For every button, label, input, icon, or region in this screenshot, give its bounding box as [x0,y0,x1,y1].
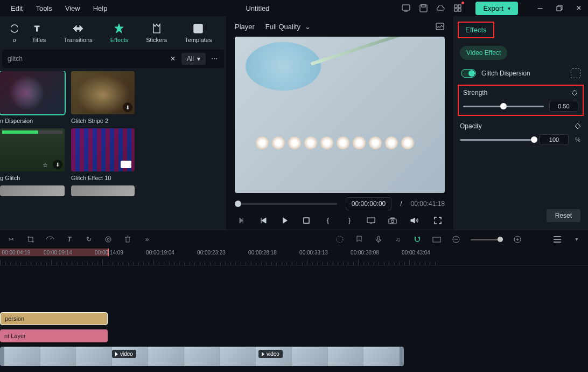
tab-media[interactable]: o [11,20,18,45]
device-icon[interactable] [401,3,411,13]
apps-icon[interactable] [453,3,463,13]
strength-property: Strength 0.50 [458,85,584,116]
menu-edit[interactable]: Edit [4,2,29,15]
layer-clip[interactable]: nt Layer [0,329,108,342]
rotate-tool[interactable]: ↻ [84,235,94,244]
chevron-down-icon: ▾ [197,55,200,63]
minimize-button[interactable]: ─ [535,3,545,13]
reset-button[interactable]: Reset [547,209,580,222]
cut-tool[interactable]: ✂ [6,235,16,244]
download-icon[interactable]: ⬇ [53,160,62,169]
text-tool[interactable]: T [65,235,74,244]
tab-titles-label: Titles [32,37,46,43]
thumb-dispersion[interactable] [0,71,65,114]
snapshot-icon[interactable] [435,22,445,31]
fullscreen-icon[interactable] [433,216,443,225]
tab-stickers[interactable]: Stickers [143,20,170,45]
adjust-icon[interactable] [335,235,345,244]
color-tool[interactable] [103,235,113,244]
mark-in-button[interactable]: { [323,216,333,225]
menu-tools[interactable]: Tools [29,2,58,15]
camera-icon[interactable] [388,216,397,225]
menu-view[interactable]: View [59,2,87,15]
current-time: 00:00:00:00 [346,197,391,210]
tab-titles[interactable]: T Titles [29,20,50,45]
strength-value[interactable]: 0.50 [549,101,578,112]
close-button[interactable]: ✕ [574,3,584,13]
magnet-icon[interactable] [412,235,422,244]
svg-point-22 [106,237,111,242]
expand-tool[interactable]: » [142,235,152,244]
opacity-slider[interactable] [460,139,534,141]
svg-point-23 [107,238,109,240]
tab-effects[interactable]: Effects [107,20,131,45]
svg-point-9 [11,25,18,32]
thumb-partial[interactable] [71,185,135,196]
menu-help[interactable]: Help [87,2,114,15]
ratio-icon[interactable] [432,235,442,244]
svg-text:T: T [34,24,39,33]
volume-icon[interactable] [409,216,419,225]
svg-rect-11 [194,24,202,33]
strength-slider[interactable] [463,106,544,107]
chevron-down-icon: ▾ [508,5,510,11]
delete-tool[interactable] [123,235,132,244]
video-preview[interactable] [235,37,445,193]
save-icon[interactable] [418,3,428,13]
seek-slider[interactable] [235,203,337,205]
svg-rect-2 [420,5,427,12]
effect-clip[interactable]: persion [0,312,108,325]
filter-all-dropdown[interactable]: All▾ [181,53,206,65]
zoom-in-icon[interactable] [513,235,522,244]
effect-enable-toggle[interactable] [461,69,476,78]
stop-button[interactable] [302,216,311,225]
inspector-tab-effects[interactable]: Effects [458,22,494,38]
favorite-icon[interactable]: ☆ [41,161,50,169]
clear-search-icon[interactable]: ✕ [169,54,177,63]
effect-mask-icon[interactable] [571,68,580,78]
maximize-button[interactable] [555,3,564,13]
opacity-value[interactable]: 100 [540,134,569,145]
step-back-button[interactable] [258,216,268,225]
tab-templates[interactable]: Templates [181,20,215,45]
thumb-glitch-stripe-2[interactable]: ⬇ [71,71,135,114]
thumbnails-grid: n Dispersion ⬇ Glitch Stripe 2 ☆⬇ g Glit… [0,71,226,230]
ruler-tick: 00:00:04:19 [0,250,32,256]
svg-point-19 [391,220,394,223]
zoom-slider[interactable] [471,239,503,240]
tab-transitions[interactable]: Transitions [60,20,95,45]
thumb-partial[interactable] [0,185,65,196]
keyframe-icon[interactable] [571,89,578,97]
thumb-glitch[interactable]: ☆⬇ [0,128,65,171]
crop-tool[interactable] [26,235,36,244]
mic-icon[interactable] [374,235,383,244]
ruler-tick: 00:00:43:04 [390,250,442,256]
timeline-ruler[interactable]: 00:00:04:19 00:00:09:14 00:00:14:09 00:0… [0,249,588,266]
video-effect-pill[interactable]: Video Effect [460,46,507,60]
opacity-property: Opacity 100 % [453,118,588,149]
export-button[interactable]: Export▾ [475,2,518,15]
display-icon[interactable] [366,216,376,225]
cloud-icon[interactable] [436,3,445,13]
svg-rect-26 [433,237,440,242]
mark-out-button[interactable]: } [345,216,354,225]
badge-icon [121,161,131,168]
svg-rect-32 [554,236,561,237]
more-options-icon[interactable]: ⋯ [210,54,219,63]
quality-dropdown[interactable]: Full Quality ⌄ [265,23,311,31]
thumb-glitch-effect-10[interactable] [71,128,135,171]
list-view-icon[interactable] [552,235,562,244]
download-icon[interactable]: ⬇ [123,102,132,112]
chevron-down-icon[interactable]: ▼ [572,235,582,244]
marker-icon[interactable] [354,235,364,244]
svg-rect-16 [367,218,375,223]
video-clip[interactable]: video video [0,347,404,366]
search-input[interactable]: glitch [8,55,164,63]
speed-tool[interactable] [45,235,55,244]
keyframe-icon[interactable] [574,122,582,130]
prev-frame-button[interactable] [237,216,247,225]
zoom-out-icon[interactable] [451,235,461,244]
music-icon[interactable]: ♫ [393,235,403,244]
svg-rect-0 [402,5,410,10]
play-button[interactable] [280,216,290,225]
